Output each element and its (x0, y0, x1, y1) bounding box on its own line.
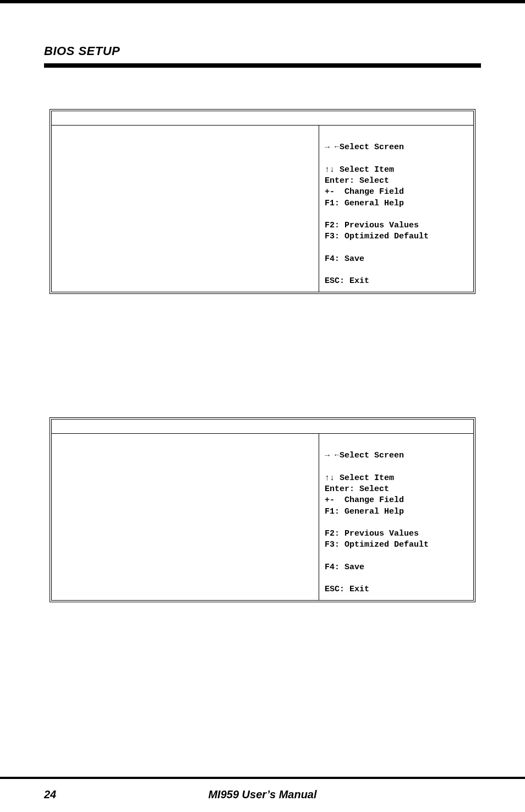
bios-panel-header (52, 419, 473, 434)
manual-name: MI959 User’s Manual (208, 788, 316, 801)
help-line: ↑↓ Select Item (325, 473, 394, 483)
help-line: F4: Save (325, 254, 364, 264)
help-line: Enter: Select (325, 176, 389, 186)
bios-help-panel: → ←Select Screen ↑↓ Select Item Enter: S… (319, 126, 473, 292)
bottom-bar (0, 777, 525, 779)
footer: 24 MI959 User’s Manual (0, 788, 525, 801)
bios-panel-left (52, 126, 319, 292)
page-number: 24 (44, 788, 56, 801)
bios-panel-1: → ←Select Screen ↑↓ Select Item Enter: S… (50, 109, 475, 294)
help-line: F3: Optimized Default (325, 232, 429, 241)
help-line: → ←Select Screen (325, 143, 404, 152)
help-line: Enter: Select (325, 484, 389, 494)
help-line: → ←Select Screen (325, 451, 404, 460)
help-line: F3: Optimized Default (325, 540, 429, 549)
bios-panel-left (52, 434, 319, 600)
bios-panel-2: → ←Select Screen ↑↓ Select Item Enter: S… (50, 417, 475, 602)
help-line: F1: General Help (325, 199, 404, 208)
help-line: F2: Previous Values (325, 529, 419, 538)
help-line: F4: Save (325, 563, 364, 572)
bios-panel-header (52, 111, 473, 126)
help-line: +- Change Field (325, 187, 404, 197)
title-underline (44, 63, 481, 68)
help-line: F2: Previous Values (325, 221, 419, 230)
bios-help-panel: → ←Select Screen ↑↓ Select Item Enter: S… (319, 434, 473, 600)
help-line: ESC: Exit (325, 276, 369, 286)
help-line: +- Change Field (325, 495, 404, 505)
help-line: ↑↓ Select Item (325, 165, 394, 175)
bios-panel-body: → ←Select Screen ↑↓ Select Item Enter: S… (52, 434, 473, 600)
page-title: BIOS SETUP (44, 44, 120, 58)
top-bar (0, 0, 525, 3)
help-line: ESC: Exit (325, 585, 369, 594)
bios-panel-body: → ←Select Screen ↑↓ Select Item Enter: S… (52, 126, 473, 292)
help-line: F1: General Help (325, 507, 404, 516)
